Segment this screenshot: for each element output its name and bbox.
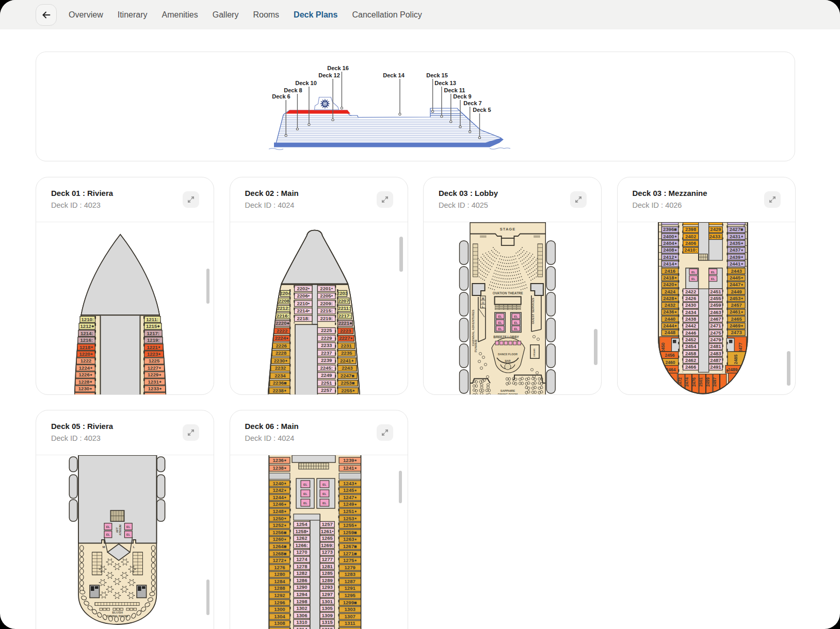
svg-text:1266:: 1266: [295, 542, 308, 548]
svg-text:1300: 1300 [274, 606, 285, 612]
svg-text:2442: 2442 [685, 323, 696, 328]
svg-text:2491: 2491 [710, 364, 721, 370]
svg-text:2448: 2448 [664, 329, 675, 335]
svg-text:2234: 2234 [274, 372, 286, 378]
svg-text:L: L [482, 305, 484, 308]
svg-text:1283: 1283 [344, 571, 355, 577]
svg-text:EL: EL [322, 492, 327, 495]
svg-text:2481: 2481 [710, 343, 721, 349]
svg-text:2243: 2243 [342, 365, 352, 371]
svg-text:1298: 1298 [296, 599, 308, 604]
svg-text:2408: 2408 [663, 247, 674, 253]
svg-text:2434: 2434 [685, 309, 696, 314]
svg-text:1277: 1277 [321, 556, 332, 562]
svg-text:2226: 2226 [276, 342, 286, 348]
svg-text:1272: 1272 [272, 557, 283, 563]
svg-text:2463: 2463 [710, 309, 721, 314]
svg-text:2219:: 2219: [320, 315, 333, 321]
svg-text:1228: 1228 [78, 378, 90, 384]
svg-text:2239: 2239 [321, 357, 332, 363]
svg-text:EL: EL [303, 492, 308, 495]
svg-text:1219:: 1219: [147, 337, 160, 343]
svg-text:1292: 1292 [274, 592, 285, 598]
svg-text:1307: 1307 [344, 614, 355, 619]
svg-text:2422: 2422 [685, 288, 696, 294]
svg-text:2209:: 2209: [320, 300, 333, 306]
svg-text:2444: 2444 [663, 323, 674, 328]
svg-text:2475: 2475 [710, 329, 721, 335]
svg-text:1297: 1297 [321, 591, 332, 597]
svg-text:EL: EL [498, 321, 502, 324]
svg-text:1278: 1278 [296, 564, 308, 569]
svg-text:2232: 2232 [274, 365, 285, 371]
svg-text:2427■: 2427■ [729, 226, 743, 232]
svg-text:1256■: 1256■ [272, 529, 286, 535]
svg-text:1220: 1220 [79, 351, 90, 356]
svg-text:2216:: 2216: [276, 312, 289, 318]
svg-text:2214•: 2214• [297, 308, 310, 313]
svg-text:2398: 2398 [685, 226, 696, 232]
svg-text:1252: 1252 [272, 522, 283, 528]
svg-text:2229: 2229 [321, 335, 332, 340]
svg-text:1301: 1301 [321, 599, 333, 604]
svg-text:1212: 1212 [80, 323, 91, 329]
svg-text:1275: 1275 [343, 557, 354, 563]
svg-text:1254: 1254 [296, 521, 308, 527]
svg-text:2253■: 2253■ [341, 380, 354, 386]
svg-text:1225: 1225 [149, 358, 160, 363]
svg-text:EL: EL [691, 270, 696, 273]
svg-text:1218: 1218 [79, 344, 91, 350]
svg-text:EL: EL [322, 502, 327, 505]
svg-text:EL: EL [106, 533, 110, 536]
svg-text:1243: 1243 [343, 481, 354, 486]
svg-text:EL: EL [710, 270, 715, 273]
svg-text:1238: 1238 [272, 465, 284, 471]
svg-text:2402: 2402 [685, 233, 696, 239]
svg-text:1319: 1319 [321, 626, 332, 629]
svg-text:2404: 2404 [663, 240, 674, 246]
svg-text:2237: 2237 [321, 350, 332, 355]
svg-text:FUNHUB: FUNHUB [474, 339, 477, 352]
svg-text:1281: 1281 [321, 564, 333, 569]
svg-text:1282: 1282 [296, 570, 307, 576]
svg-text:2224: 2224 [274, 335, 286, 341]
svg-text:1215: 1215 [146, 323, 157, 329]
svg-text:2231: 2231 [341, 342, 352, 348]
svg-text:Deck 10: Deck 10 [295, 80, 317, 86]
svg-text:1214:: 1214: [80, 330, 93, 336]
svg-text:2210•: 2210• [297, 300, 310, 306]
svg-text:2497: 2497 [713, 377, 717, 387]
svg-text:1314: 1314 [296, 626, 308, 629]
svg-text:Deck 12: Deck 12 [318, 72, 340, 78]
svg-text:Deck 5: Deck 5 [473, 107, 491, 113]
svg-text:SAPPHIRE: SAPPHIRE [500, 389, 515, 392]
svg-text:2400: 2400 [663, 233, 674, 239]
svg-text:2460: 2460 [665, 359, 675, 365]
svg-text:2230: 2230 [273, 357, 284, 363]
svg-text:1306: 1306 [296, 613, 307, 618]
svg-text:2471: 2471 [710, 323, 721, 328]
svg-text:DINING ROOM: DINING ROOM [107, 615, 128, 618]
svg-text:1258•: 1258• [295, 528, 308, 534]
svg-text:2455: 2455 [710, 295, 721, 301]
svg-text:Deck 14: Deck 14 [383, 72, 405, 78]
svg-text:Deck 9: Deck 9 [453, 93, 471, 100]
svg-text:BLUSH: BLUSH [112, 611, 123, 614]
svg-text:2203: 2203 [336, 290, 347, 296]
svg-text:1302: 1302 [296, 605, 307, 611]
svg-text:1308: 1308 [274, 620, 285, 626]
svg-text:1265: 1265 [321, 535, 333, 541]
svg-text:2207: 2207 [338, 297, 349, 303]
svg-text:1250: 1250 [272, 516, 283, 521]
svg-text:2493: 2493 [731, 376, 741, 386]
svg-text:2428: 2428 [663, 295, 674, 301]
svg-text:EL: EL [126, 533, 131, 536]
svg-text:1235: 1235 [148, 392, 159, 395]
svg-text:1221: 1221 [147, 344, 158, 350]
svg-text:EL: EL [106, 525, 110, 528]
svg-text:1280: 1280 [274, 571, 285, 577]
svg-text:2433:: 2433: [709, 233, 722, 239]
svg-text:1259■: 1259■ [343, 529, 357, 535]
svg-text:Deck 16: Deck 16 [327, 65, 349, 71]
svg-text:2225: 2225 [321, 327, 332, 333]
